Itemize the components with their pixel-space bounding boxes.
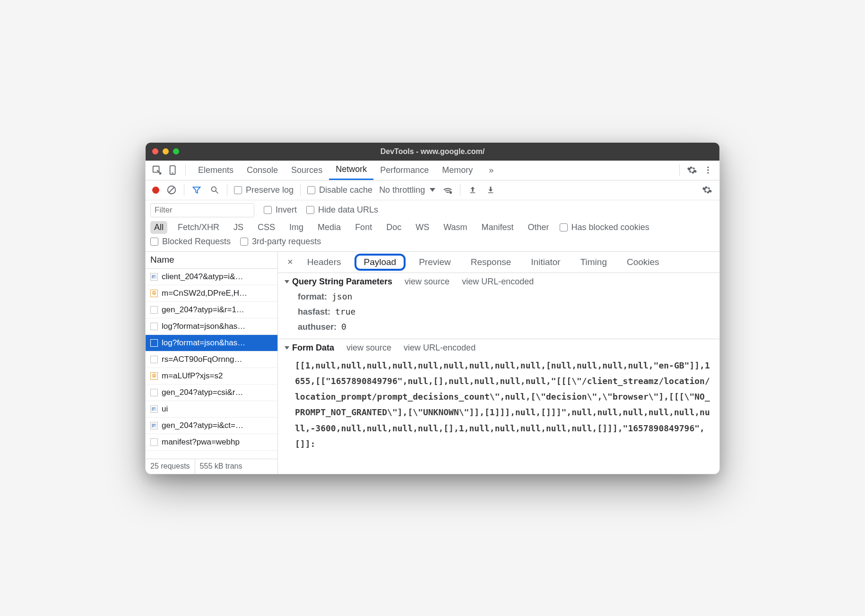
filter-icon[interactable] xyxy=(191,184,202,196)
doc-file-icon xyxy=(150,389,158,396)
invert-checkbox[interactable]: Invert xyxy=(264,205,297,215)
param-value: 0 xyxy=(341,322,346,332)
tab-memory[interactable]: Memory xyxy=(435,160,479,180)
separator xyxy=(460,184,460,196)
filter-type-other[interactable]: Other xyxy=(524,221,553,234)
svg-line-7 xyxy=(169,188,174,193)
filter-type-wasm[interactable]: Wasm xyxy=(440,221,471,234)
filter-type-js[interactable]: JS xyxy=(230,221,247,234)
detail-tab-response[interactable]: Response xyxy=(464,255,518,269)
kebab-menu-icon[interactable] xyxy=(701,163,715,177)
inspect-element-icon[interactable] xyxy=(150,163,164,177)
request-row[interactable]: ⦿m=aLUfP?xjs=s2 xyxy=(146,368,277,385)
record-icon[interactable] xyxy=(152,187,159,194)
throttling-value: No throttling xyxy=(379,185,425,195)
third-party-checkbox[interactable]: 3rd-party requests xyxy=(240,237,321,247)
disable-cache-label: Disable cache xyxy=(319,185,372,195)
query-view-source-link[interactable]: view source xyxy=(405,277,450,287)
request-row[interactable]: log?format=json&has… xyxy=(146,318,277,335)
detail-tab-payload[interactable]: Payload xyxy=(355,254,406,271)
request-row[interactable]: manifest?pwa=webhp xyxy=(146,434,277,451)
checkbox-icon[interactable] xyxy=(234,186,242,194)
chevron-down-icon xyxy=(430,188,435,192)
requests-header[interactable]: Name xyxy=(146,252,277,269)
filter-type-ws[interactable]: WS xyxy=(412,221,433,234)
download-har-icon[interactable] xyxy=(485,184,496,196)
request-row[interactable]: gen_204?atyp=csi&r… xyxy=(146,385,277,401)
close-window-icon[interactable] xyxy=(152,148,158,154)
js-file-icon: ⦿ xyxy=(150,290,158,297)
filter-type-fetch-xhr[interactable]: Fetch/XHR xyxy=(174,221,223,234)
clear-icon[interactable] xyxy=(166,184,177,196)
preserve-log-checkbox[interactable]: Preserve log xyxy=(234,185,294,195)
filter-type-img[interactable]: Img xyxy=(285,221,307,234)
checkbox-icon[interactable] xyxy=(150,238,158,246)
filter-type-all[interactable]: All xyxy=(150,221,167,234)
query-section-toggle[interactable]: Query String Parameters xyxy=(285,277,392,287)
request-row[interactable]: gen_204?atyp=i&ct=… xyxy=(146,418,277,434)
checkbox-icon[interactable] xyxy=(240,238,248,246)
minimize-window-icon[interactable] xyxy=(163,148,169,154)
filter-type-media[interactable]: Media xyxy=(314,221,345,234)
tab-console[interactable]: Console xyxy=(240,160,285,180)
disable-cache-checkbox[interactable]: Disable cache xyxy=(307,185,372,195)
request-row[interactable]: client_204?&atyp=i&… xyxy=(146,269,277,285)
checkbox-icon[interactable] xyxy=(307,186,315,194)
tab-elements[interactable]: Elements xyxy=(191,160,240,180)
hide-data-urls-checkbox[interactable]: Hide data URLs xyxy=(306,205,378,215)
detail-tab-cookies[interactable]: Cookies xyxy=(620,255,666,269)
param-key: hasfast: xyxy=(298,307,330,317)
svg-point-5 xyxy=(707,172,709,173)
tab-network[interactable]: Network xyxy=(329,160,373,180)
zoom-window-icon[interactable] xyxy=(173,148,179,154)
filter-type-doc[interactable]: Doc xyxy=(382,221,405,234)
settings-gear-icon[interactable] xyxy=(685,163,699,177)
form-section-toggle[interactable]: Form Data xyxy=(285,343,334,353)
search-icon[interactable] xyxy=(209,184,220,196)
detail-tab-timing[interactable]: Timing xyxy=(574,255,614,269)
checkbox-icon[interactable] xyxy=(560,223,568,231)
doc-file-icon xyxy=(150,356,158,363)
detail-body: Query String Parameters view source view… xyxy=(278,273,719,474)
third-party-label: 3rd-party requests xyxy=(252,237,321,247)
content-area: Name client_204?&atyp=i&…⦿m=CnSW2d,DPreE… xyxy=(146,252,719,474)
detail-tab-headers[interactable]: Headers xyxy=(301,255,348,269)
request-name: ui xyxy=(162,404,168,414)
requests-sidebar: Name client_204?&atyp=i&…⦿m=CnSW2d,DPreE… xyxy=(146,252,278,474)
detail-tab-initiator[interactable]: Initiator xyxy=(524,255,567,269)
request-row[interactable]: ⦿m=CnSW2d,DPreE,H… xyxy=(146,285,277,302)
tab-performance[interactable]: Performance xyxy=(373,160,435,180)
request-name: client_204?&atyp=i&… xyxy=(162,272,243,282)
request-row[interactable]: ui xyxy=(146,401,277,418)
settings-gear-icon[interactable] xyxy=(701,184,713,196)
form-view-source-link[interactable]: view source xyxy=(346,343,391,353)
throttling-select[interactable]: No throttling xyxy=(379,185,435,195)
blocked-requests-checkbox[interactable]: Blocked Requests xyxy=(150,237,231,247)
checkbox-icon[interactable] xyxy=(306,206,314,214)
upload-har-icon[interactable] xyxy=(467,184,478,196)
checkbox-icon[interactable] xyxy=(264,206,272,214)
network-conditions-icon[interactable] xyxy=(442,184,453,196)
devtools-window: DevTools - www.google.com/ ElementsConso… xyxy=(145,142,720,474)
tab-sources[interactable]: Sources xyxy=(285,160,329,180)
requests-list: client_204?&atyp=i&…⦿m=CnSW2d,DPreE,H…ge… xyxy=(146,269,277,459)
form-data-section: Form Data view source view URL-encoded [… xyxy=(278,339,719,459)
device-toolbar-icon[interactable] xyxy=(166,163,180,177)
filter-type-font[interactable]: Font xyxy=(351,221,376,234)
request-row[interactable]: log?format=json&has… xyxy=(146,335,277,351)
request-row[interactable]: rs=ACT90oFqOrnng… xyxy=(146,351,277,368)
request-row[interactable]: gen_204?atyp=i&r=1… xyxy=(146,302,277,318)
filter-type-css[interactable]: CSS xyxy=(254,221,279,234)
close-icon[interactable]: × xyxy=(285,257,296,267)
status-requests: 25 requests xyxy=(146,459,195,474)
request-name: rs=ACT90oFqOrnng… xyxy=(162,355,242,364)
query-view-url-encoded-link[interactable]: view URL-encoded xyxy=(462,277,534,287)
detail-tab-preview[interactable]: Preview xyxy=(412,255,458,269)
overflow-tabs[interactable]: » xyxy=(482,160,500,180)
img-file-icon xyxy=(150,405,158,413)
query-section-title: Query String Parameters xyxy=(292,277,392,287)
form-view-url-encoded-link[interactable]: view URL-encoded xyxy=(404,343,476,353)
filter-type-manifest[interactable]: Manifest xyxy=(478,221,518,234)
filter-input[interactable] xyxy=(150,203,254,217)
has-blocked-cookies-checkbox[interactable]: Has blocked cookies xyxy=(560,222,649,232)
